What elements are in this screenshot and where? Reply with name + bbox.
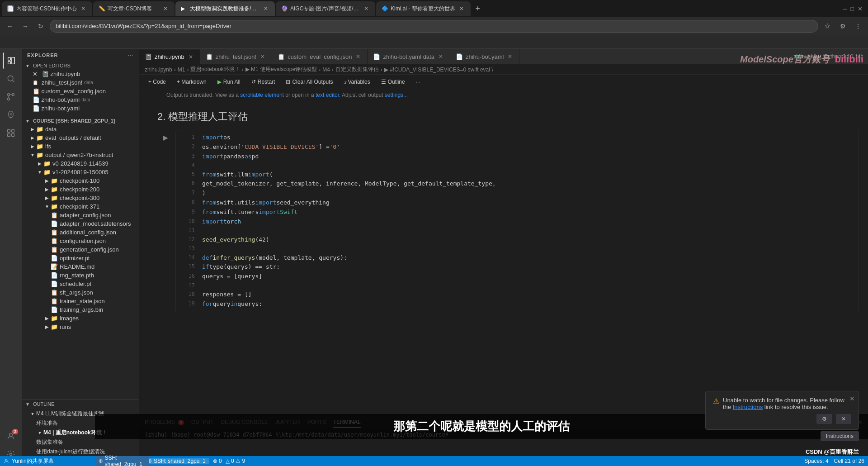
explorer-more-icon[interactable]: ··· xyxy=(128,52,133,58)
source-control-icon[interactable] xyxy=(3,89,19,105)
minimize-button[interactable]: ─ xyxy=(843,5,847,12)
tab-write-csdn[interactable]: ✏️ 写文章-CSDN博客 ✕ xyxy=(93,1,175,16)
tree-sft-args[interactable]: 📋 sft_args.json xyxy=(22,288,139,297)
open-editor-zhihu-ipynb[interactable]: ✕ 📓 zhihu.ipynb xyxy=(22,70,139,78)
tree-additional-config[interactable]: 📋 additional_config.json xyxy=(22,228,139,237)
tab-close-icon[interactable]: ✕ xyxy=(80,5,87,12)
tab-close-icon[interactable]: ✕ xyxy=(187,53,194,61)
bookmark-baidu[interactable] xyxy=(40,41,45,43)
bookmark-notebook[interactable] xyxy=(67,41,72,43)
tree-runs[interactable]: ▶ 📁 runs xyxy=(22,323,139,331)
cell-body[interactable]: 1 import os 2 os.environ['CUDA_VISIBLE_D… xyxy=(175,130,859,312)
new-tab-button[interactable]: + xyxy=(472,2,484,15)
tree-lfs-folder[interactable]: ▶ 📁 lfs xyxy=(22,142,139,151)
maximize-button[interactable]: □ xyxy=(850,5,854,12)
clear-outputs-button[interactable]: ⊟ Clear All Outputs xyxy=(282,78,336,86)
editor-tab-zhihu-bot-data[interactable]: 📄 zhihu-bot.yaml data ✕ xyxy=(368,49,450,65)
instructions-link[interactable]: Instructions xyxy=(733,404,763,410)
editor-tab-zhihu-ipynb[interactable]: 📓 zhihu.ipynb ✕ xyxy=(139,49,200,65)
close-window-button[interactable]: ✕ xyxy=(858,5,863,12)
errors-status[interactable]: ⊗ 0 xyxy=(213,458,222,464)
bookmark-kimi[interactable] xyxy=(85,41,90,43)
course-section[interactable]: ▼ COURSE [SSH: SHARED_2GPU_1] xyxy=(22,117,139,125)
tab-close-icon[interactable]: ✕ xyxy=(262,5,269,12)
debug-icon[interactable] xyxy=(3,107,19,123)
tree-scheduler[interactable]: 📄 scheduler.pt xyxy=(22,280,139,288)
bookmark-nav[interactable] xyxy=(4,41,9,43)
course-tree[interactable]: ▶ 📁 data ▶ 📁 eval_outputs / default ▶ 📁 xyxy=(22,125,139,399)
bookmark-hkbu[interactable] xyxy=(94,41,99,43)
tree-data-folder[interactable]: ▶ 📁 data xyxy=(22,125,139,133)
scrollable-element-link[interactable]: scrollable element xyxy=(240,92,284,98)
settings-link[interactable]: settings... xyxy=(385,92,408,98)
editor-tab-zhihu-bot[interactable]: 📄 zhihu-bot.yaml ✕ xyxy=(450,49,520,65)
tree-trainer-state[interactable]: 📋 trainer_state.json xyxy=(22,297,139,305)
reload-button[interactable]: ↻ xyxy=(34,20,47,33)
ssh-status-bar-item[interactable]: SSH: shared_2gpu_1 xyxy=(95,456,149,466)
markdown-button[interactable]: + Markdown xyxy=(173,78,210,86)
instructions-button[interactable]: Instructions xyxy=(821,431,859,441)
notification-close-button[interactable]: ✕ xyxy=(849,395,855,402)
bookmark-jd[interactable] xyxy=(31,41,36,43)
tree-cp200[interactable]: ▶ 📁 checkpoint-200 xyxy=(22,185,139,194)
outline-dataset[interactable]: 数据集准备 xyxy=(22,437,139,447)
cell-info-status[interactable]: Cell 21 of 26 xyxy=(834,458,864,464)
run-all-button[interactable]: ▶ Run All xyxy=(214,78,244,86)
url-bar[interactable]: bilibili.com/video/BV1vuWpezEKx/?p=21&sp… xyxy=(50,20,818,33)
tree-cp300[interactable]: ▶ 📁 checkpoint-300 xyxy=(22,194,139,202)
bookmark-taobao[interactable] xyxy=(13,41,18,43)
tab-close-icon[interactable]: ✕ xyxy=(506,53,514,60)
bookmark-csdn[interactable] xyxy=(58,41,63,43)
bookmark-tianmao[interactable] xyxy=(22,41,27,43)
tree-v1-folder[interactable]: ▼ 📁 v1-20240819-150005 xyxy=(22,168,139,176)
notification-close-btn[interactable]: ✕ xyxy=(836,414,851,424)
tree-v0-folder[interactable]: ▶ 📁 v0-20240819-114539 xyxy=(22,159,139,168)
explorer-icon[interactable] xyxy=(3,52,19,69)
open-editor-zhihu-bot-data[interactable]: 📄 zhihu-bot.yaml data xyxy=(22,95,139,104)
tree-adapter-model[interactable]: 📄 adapter_model.safetensors xyxy=(22,219,139,228)
notification-settings-button[interactable]: ⚙ xyxy=(816,414,832,424)
tree-training-args[interactable]: 📄 training_args.bin xyxy=(22,305,139,314)
open-editor-zhihu-bot[interactable]: 📄 zhihu-bot.yaml xyxy=(22,104,139,113)
tree-cp100[interactable]: ▶ 📁 checkpoint-100 xyxy=(22,176,139,185)
tab-kimi[interactable]: 🔷 Kimi.ai - 帮你看更大的世界 ✕ xyxy=(376,1,471,16)
open-editors-section[interactable]: ▼ OPEN EDITORS xyxy=(22,62,139,70)
more-toolbar-icon[interactable]: ··· xyxy=(412,78,424,86)
editor-tab-zhihu-test[interactable]: 📋 zhihu_test.json! ✕ xyxy=(200,49,272,65)
spaces-status[interactable]: Spaces: 4 xyxy=(804,458,828,464)
more-menu-icon[interactable]: ⋮ xyxy=(852,20,864,33)
tab-close-icon[interactable]: ✕ xyxy=(458,5,465,12)
tree-images[interactable]: ▶ 📁 images xyxy=(22,314,139,323)
outline-button[interactable]: ☰ Outline xyxy=(377,78,409,86)
tab-close-icon[interactable]: ✕ xyxy=(354,53,362,60)
editor-tab-custom-eval[interactable]: 📋 custom_eval_config.json ✕ xyxy=(272,49,368,65)
back-button[interactable]: ← xyxy=(4,20,16,33)
restart-button[interactable]: ↺ Restart xyxy=(248,78,279,86)
bookmark-star-icon[interactable]: ☆ xyxy=(821,20,834,33)
outline-section-header[interactable]: ▼ OUTLINE xyxy=(22,400,139,408)
tab-bilibili-active[interactable]: ▶ 大模型微调实践教据准备/清... ✕ xyxy=(175,1,275,16)
search-activity-icon[interactable] xyxy=(3,71,19,87)
tab-aigc[interactable]: 🔮 AIGC专题-图片/声音/视频/Ager... ✕ xyxy=(276,1,375,16)
run-cell-button[interactable]: ▶ xyxy=(160,133,170,143)
extensions-activity-icon[interactable] xyxy=(3,125,19,141)
account-icon[interactable]: 2 xyxy=(3,428,19,444)
bookmark-tongyi[interactable] xyxy=(76,41,81,43)
open-editor-custom-eval[interactable]: 📋 custom_eval_config.json xyxy=(22,87,139,95)
tab-content-management[interactable]: 📄 内容管理-CSDN创作中心 ✕ xyxy=(2,1,92,16)
tree-rng-state[interactable]: 📄 rng_state.pth xyxy=(22,271,139,280)
remote-indicator[interactable]: SSH: shared_2gpu_1 xyxy=(143,458,209,464)
text-editor-link[interactable]: text editor xyxy=(316,92,339,98)
tab-close-icon[interactable]: ✕ xyxy=(259,53,266,60)
tab-close-icon[interactable]: ✕ xyxy=(162,5,169,12)
tree-optimizer[interactable]: 📄 optimizer.pt xyxy=(22,254,139,262)
tree-readme[interactable]: 📝 README.md xyxy=(22,262,139,271)
open-editor-zhihu-test[interactable]: 📋 zhihu_test.json! data xyxy=(22,78,139,87)
tree-adapter-config[interactable]: 📋 adapter_config.json xyxy=(22,211,139,219)
warnings-status[interactable]: △ 0 ⚠ 9 xyxy=(226,458,245,464)
code-button[interactable]: + Code xyxy=(145,78,170,86)
extensions-icon[interactable]: ⚙ xyxy=(836,20,849,33)
bookmark-bilibili[interactable] xyxy=(49,41,54,43)
tab-close-icon[interactable]: ✕ xyxy=(437,53,444,60)
tree-eval-folder[interactable]: ▶ 📁 eval_outputs / default xyxy=(22,133,139,142)
